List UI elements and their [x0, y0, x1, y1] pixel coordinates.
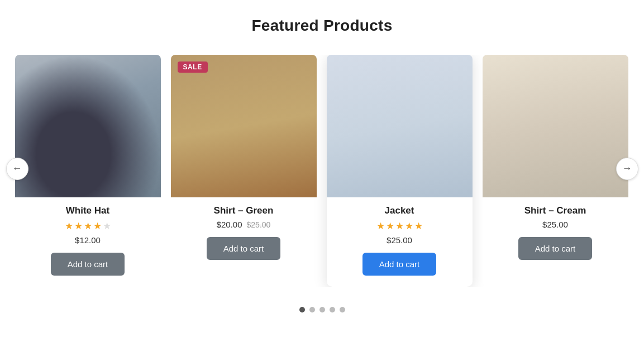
product-card-white-hat: White Hat★★★★★$12.00Add to cart — [15, 55, 161, 287]
star-filled: ★ — [414, 220, 423, 232]
carousel-dot-2[interactable] — [319, 307, 325, 312]
star-filled: ★ — [93, 220, 102, 232]
carousel-next-button[interactable]: → — [616, 158, 638, 180]
carousel-dot-3[interactable] — [330, 307, 335, 312]
star-filled: ★ — [74, 220, 83, 232]
product-image-shirt-green: SALE — [171, 55, 317, 197]
carousel-dot-1[interactable] — [309, 307, 315, 312]
star-filled: ★ — [395, 220, 404, 232]
star-filled: ★ — [84, 220, 92, 232]
product-carousel: ← White Hat★★★★★$12.00Add to cartSALEShi… — [15, 55, 629, 287]
product-name: White Hat — [66, 205, 109, 216]
product-name: Shirt – Cream — [524, 205, 586, 216]
star-filled: ★ — [386, 220, 394, 232]
product-price-row: $12.00 — [75, 235, 101, 245]
product-price-row: $25.00 — [542, 220, 568, 229]
product-image-white-hat — [15, 55, 161, 197]
product-name: Shirt – Green — [214, 205, 274, 216]
sale-badge: SALE — [178, 61, 208, 73]
product-price: $25.00 — [387, 235, 412, 245]
product-stars: ★★★★★ — [65, 220, 111, 232]
product-original-price: $25.00 — [247, 220, 271, 229]
page-title: Featured Products — [251, 17, 392, 35]
carousel-dots — [299, 307, 345, 312]
add-to-cart-button-shirt-cream[interactable]: Add to cart — [518, 237, 593, 260]
product-price-row: $20.00$25.00 — [217, 220, 271, 229]
product-price-row: $25.00 — [387, 235, 412, 245]
product-image-shirt-cream — [483, 55, 628, 197]
products-track: White Hat★★★★★$12.00Add to cartSALEShirt… — [15, 55, 629, 287]
product-card-shirt-green: SALEShirt – Green$20.00$25.00Add to cart — [171, 55, 317, 287]
carousel-dot-0[interactable] — [299, 307, 305, 312]
product-price: $12.00 — [75, 235, 101, 245]
carousel-prev-button[interactable]: ← — [6, 158, 28, 180]
product-card-shirt-cream: Shirt – Cream$25.00Add to cart — [483, 55, 628, 287]
product-price: $20.00 — [217, 220, 242, 229]
star-filled: ★ — [376, 220, 385, 232]
product-image-jacket — [327, 55, 473, 197]
star-filled: ★ — [65, 220, 73, 232]
product-stars: ★★★★★ — [376, 220, 423, 232]
product-card-jacket: Jacket★★★★★$25.00Add to cart — [327, 55, 473, 287]
star-empty: ★ — [103, 220, 111, 232]
star-filled: ★ — [405, 220, 413, 232]
product-price: $25.00 — [542, 220, 568, 229]
add-to-cart-button-jacket[interactable]: Add to cart — [362, 253, 437, 276]
product-name: Jacket — [385, 205, 414, 216]
add-to-cart-button-shirt-green[interactable]: Add to cart — [207, 237, 281, 260]
carousel-dot-4[interactable] — [340, 307, 345, 312]
add-to-cart-button-white-hat[interactable]: Add to cart — [51, 253, 125, 276]
